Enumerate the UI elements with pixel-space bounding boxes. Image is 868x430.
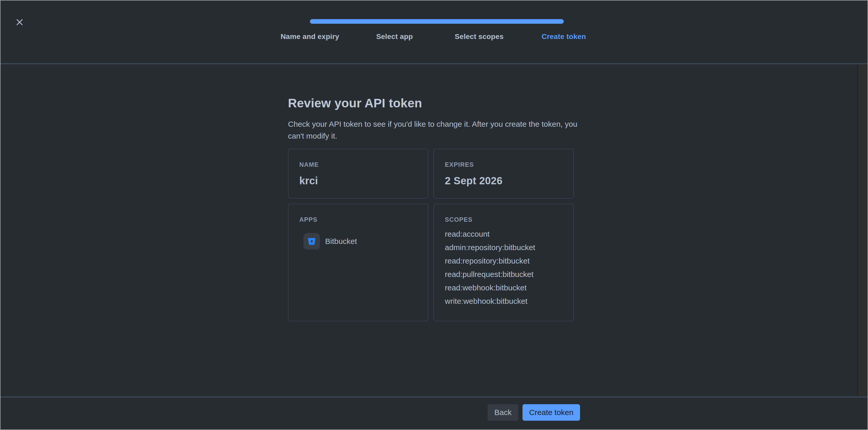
page-description: Check your API token to see if you'd lik… <box>288 118 603 142</box>
scopes-card-label: SCOPES <box>445 216 564 223</box>
back-button[interactable]: Back <box>488 404 518 421</box>
scope-item: admin:repository:bitbucket <box>445 241 564 254</box>
scopes-card: SCOPES read:account admin:repository:bit… <box>433 204 574 321</box>
scope-item: read:pullrequest:bitbucket <box>445 268 564 281</box>
progress-bar <box>310 19 564 24</box>
name-card-label: NAME <box>299 161 418 168</box>
token-expiry-value: 2 Sept 2026 <box>445 175 564 187</box>
scope-list: read:account admin:repository:bitbucket … <box>445 227 564 308</box>
bitbucket-icon <box>304 233 320 250</box>
name-card: NAME krci <box>288 149 428 198</box>
apps-card-label: APPS <box>299 216 418 223</box>
page-title: Review your API token <box>288 96 422 110</box>
close-icon <box>15 18 24 27</box>
expires-card: EXPIRES 2 Sept 2026 <box>433 149 574 198</box>
scope-item: read:repository:bitbucket <box>445 254 564 268</box>
step-create-token: Create token <box>522 33 606 41</box>
wizard-footer: Back Create token <box>1 396 867 429</box>
step-name-and-expiry: Name and expiry <box>268 33 352 41</box>
apps-card: APPS Bitbucket <box>288 204 428 321</box>
token-name-value: krci <box>299 175 418 187</box>
create-token-button[interactable]: Create token <box>523 404 580 421</box>
footer-buttons: Back Create token <box>488 404 580 421</box>
summary-cards: NAME krci EXPIRES 2 Sept 2026 APPS Bitbu… <box>288 149 574 321</box>
expires-card-label: EXPIRES <box>445 161 564 168</box>
progress-steps: Name and expiry Select app Select scopes… <box>268 33 606 41</box>
scope-item: read:account <box>445 227 564 241</box>
scope-item: write:webhook:bitbucket <box>445 295 564 308</box>
wizard-header: Name and expiry Select app Select scopes… <box>1 1 867 64</box>
step-select-scopes: Select scopes <box>437 33 522 41</box>
close-button[interactable] <box>13 16 26 28</box>
app-name: Bitbucket <box>325 237 357 246</box>
app-row-bitbucket: Bitbucket <box>304 233 418 250</box>
progress-tracker: Name and expiry Select app Select scopes… <box>268 19 606 41</box>
scope-item: read:webhook:bitbucket <box>445 281 564 295</box>
step-select-app: Select app <box>352 33 437 41</box>
create-api-token-wizard: Name and expiry Select app Select scopes… <box>0 0 868 430</box>
scrollbar[interactable] <box>857 65 867 397</box>
